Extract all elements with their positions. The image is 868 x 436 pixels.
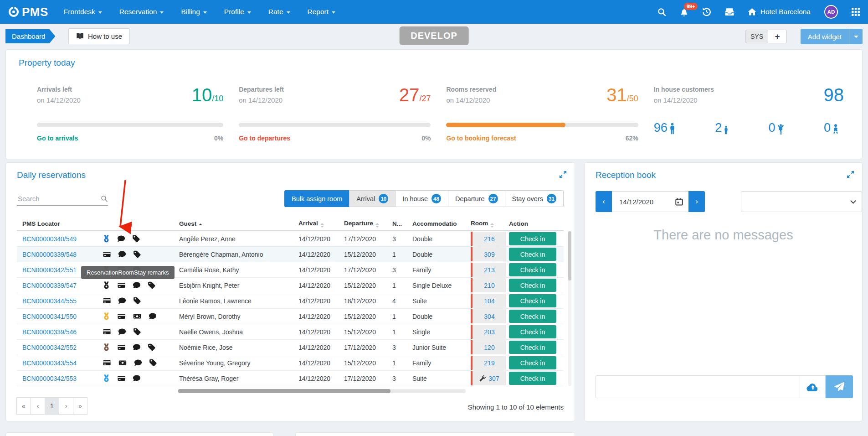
- comment-icon[interactable]: [133, 343, 141, 351]
- check-in-button[interactable]: Check in: [509, 263, 556, 276]
- reservation-locator-link[interactable]: BCN00000339/548: [22, 251, 77, 258]
- previous-page-button[interactable]: ‹: [31, 397, 45, 415]
- table-row[interactable]: BCN00000341/550Méryl Brown, Dorothy14/12…: [17, 309, 564, 324]
- room-number-button[interactable]: 307: [471, 371, 506, 385]
- sort-toggle-icon[interactable]: [490, 223, 494, 228]
- tab-stay-overs[interactable]: Stay overs31: [505, 190, 564, 207]
- comment-icon[interactable]: [118, 250, 126, 258]
- sys-button[interactable]: SYS: [745, 30, 768, 43]
- reservation-locator-link[interactable]: BCN00000341/550: [22, 313, 77, 320]
- tab-in-house[interactable]: In house48: [395, 190, 448, 207]
- credit-card-icon[interactable]: [117, 281, 126, 289]
- nav-item-report[interactable]: Report: [308, 8, 336, 16]
- check-in-button[interactable]: Check in: [509, 325, 556, 338]
- table-row[interactable]: BCN00000344/555Léonie Ramos, Lawrence14/…: [17, 293, 564, 309]
- nav-item-reservation[interactable]: Reservation: [119, 8, 164, 16]
- comment-icon[interactable]: [133, 374, 141, 382]
- expand-icon[interactable]: [847, 171, 854, 180]
- credit-card-icon[interactable]: [103, 250, 111, 258]
- check-in-button[interactable]: Check in: [509, 294, 556, 307]
- tag-icon[interactable]: [149, 359, 157, 367]
- search-input[interactable]: [17, 192, 101, 205]
- medal-skyblue-icon[interactable]: [103, 374, 110, 383]
- column-header-room[interactable]: Room: [471, 220, 509, 228]
- notifications-bell-icon[interactable]: 99+: [680, 7, 688, 16]
- check-in-button[interactable]: Check in: [509, 372, 556, 385]
- check-in-button[interactable]: Check in: [509, 248, 556, 261]
- check-in-button[interactable]: Check in: [509, 310, 556, 323]
- column-header-guest[interactable]: Guest: [179, 220, 298, 227]
- previous-day-button[interactable]: ‹: [596, 191, 612, 212]
- send-button[interactable]: [826, 375, 853, 398]
- credit-card-icon[interactable]: [117, 312, 126, 320]
- comment-icon[interactable]: [117, 235, 125, 243]
- table-row[interactable]: BCN00000339/548Bérengère Chapman, Antoni…: [17, 247, 564, 262]
- reservation-locator-link[interactable]: BCN00000344/555: [22, 297, 77, 305]
- tab-arrival[interactable]: Arrival10: [349, 190, 395, 207]
- tag-icon[interactable]: [148, 343, 156, 351]
- next-page-button[interactable]: ›: [59, 397, 73, 415]
- upload-button[interactable]: [800, 375, 826, 398]
- sort-toggle-icon[interactable]: [375, 223, 379, 228]
- inbox-icon[interactable]: [725, 8, 734, 16]
- tag-icon[interactable]: [148, 281, 156, 289]
- vertical-scrollbar[interactable]: [568, 231, 571, 386]
- go-to-link[interactable]: Go to departures: [239, 135, 290, 142]
- horizontal-scrollbar[interactable]: [178, 389, 466, 393]
- expand-icon[interactable]: [560, 171, 566, 180]
- user-avatar[interactable]: AD: [824, 5, 838, 19]
- room-number-button[interactable]: 219: [471, 356, 506, 370]
- credit-card-icon[interactable]: [103, 297, 111, 305]
- property-selector[interactable]: Hotel Barcelona: [748, 8, 811, 16]
- tag-icon[interactable]: [132, 235, 140, 243]
- add-widget-button[interactable]: Add widget: [801, 29, 863, 44]
- message-filter-select[interactable]: [741, 191, 862, 212]
- next-day-button[interactable]: ›: [688, 191, 705, 212]
- tag-icon[interactable]: [133, 297, 141, 305]
- comment-icon[interactable]: [134, 359, 142, 367]
- nav-item-billing[interactable]: Billing: [181, 8, 206, 16]
- how-to-use-button[interactable]: How to use: [68, 28, 130, 44]
- comment-icon[interactable]: [149, 312, 157, 320]
- comment-icon[interactable]: [133, 281, 141, 289]
- credit-card-icon[interactable]: [117, 343, 126, 351]
- horizontal-scrollbar-thumb[interactable]: [178, 389, 390, 393]
- calendar-icon[interactable]: [675, 198, 683, 206]
- room-number-button[interactable]: 104: [471, 294, 506, 308]
- medal-gold-icon[interactable]: [103, 312, 110, 321]
- medal-black-icon[interactable]: [103, 281, 110, 290]
- reservation-locator-link[interactable]: BCN00000342/552: [22, 344, 77, 351]
- medal-blue-icon[interactable]: [103, 234, 110, 244]
- add-layout-button[interactable]: +: [768, 30, 787, 43]
- check-in-button[interactable]: Check in: [509, 356, 556, 369]
- table-row[interactable]: BCN00000342/553Thérèsa Gray, Roger14/12/…: [17, 371, 564, 386]
- reservation-locator-link[interactable]: BCN00000340/549: [22, 235, 77, 243]
- last-page-button[interactable]: »: [73, 397, 87, 415]
- credit-card-icon[interactable]: [103, 359, 111, 367]
- column-header-arrival[interactable]: Arrival: [298, 220, 344, 228]
- go-to-link[interactable]: Go to arrivals: [37, 135, 78, 142]
- room-number-button[interactable]: 304: [471, 309, 506, 323]
- tab-departure[interactable]: Departure27: [448, 190, 505, 207]
- reservation-locator-link[interactable]: BCN00000343/554: [22, 359, 77, 367]
- room-number-button[interactable]: 120: [471, 340, 506, 354]
- tag-icon[interactable]: [133, 328, 141, 336]
- pms-logo[interactable]: PMS: [8, 5, 48, 19]
- room-number-button[interactable]: 213: [471, 263, 506, 277]
- table-row[interactable]: BCN00000339/547Esbjörn Knight, Peter14/1…: [17, 278, 564, 293]
- check-in-button[interactable]: Check in: [509, 232, 556, 245]
- table-row[interactable]: BCN00000339/546Naëlle Owens, Joshua14/12…: [17, 324, 564, 340]
- tag-icon[interactable]: [133, 250, 141, 258]
- reservation-locator-link[interactable]: BCN00000342/553: [22, 375, 77, 382]
- vertical-scrollbar-thumb[interactable]: [568, 231, 571, 280]
- first-page-button[interactable]: «: [16, 397, 31, 415]
- room-number-button[interactable]: 309: [471, 247, 506, 261]
- table-row[interactable]: BCN00000342/552Noémie Rice, Jose14/12/20…: [17, 340, 564, 355]
- money-bill-icon[interactable]: [118, 359, 127, 367]
- medal-bronze-icon[interactable]: [103, 343, 110, 352]
- sort-toggle-icon[interactable]: [320, 223, 324, 228]
- nav-item-profile[interactable]: Profile: [224, 8, 251, 16]
- reservation-locator-link[interactable]: BCN00000342/551: [22, 266, 77, 274]
- apps-grid-icon[interactable]: [852, 8, 860, 16]
- search-icon[interactable]: [657, 8, 666, 16]
